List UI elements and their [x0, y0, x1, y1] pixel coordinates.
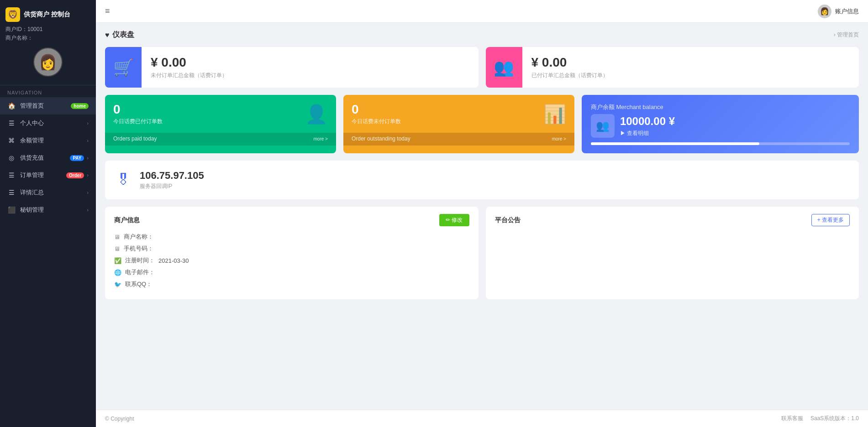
monitor-icon: 🖥: [114, 234, 120, 240]
balance-icon-box: 👥: [591, 114, 615, 138]
nav-section-label: Navigation: [0, 85, 96, 97]
sidebar-item-recharge[interactable]: ◎ 供货充值 PAY ›: [0, 149, 96, 167]
balance-amount: 10000.00 ¥: [620, 115, 675, 128]
orders-icon: ☰: [7, 172, 16, 179]
contact-link[interactable]: 联系客服: [781, 415, 803, 422]
avatar: 👩: [33, 47, 63, 77]
brand: 🦁 供货商户 控制台: [5, 7, 70, 22]
bottom-row: 商户信息 ✏ 修改 🖥 商户名称： 🖥 手机号码： ✅ 注册时间： 2021-0…: [105, 207, 859, 299]
footer: © Copyright 联系客服 SaaS系统版本：1.0: [96, 410, 868, 427]
paid-icon-box: 👥: [486, 47, 522, 88]
unpaid-today-label: 今日话费未付订单数: [352, 118, 566, 125]
sidebar-item-details[interactable]: ☰ 详情汇总 ›: [0, 184, 96, 201]
person-icon: 👥: [494, 58, 514, 77]
sidebar-item-orders[interactable]: ☰ 订单管理 Order ›: [0, 167, 96, 184]
sidebar-item-balance[interactable]: ⌘ 余额管理 ›: [0, 132, 96, 149]
account-avatar: 👩: [818, 5, 831, 18]
phone-icon: 🖥: [114, 245, 120, 252]
balance-icon: ⌘: [7, 137, 16, 144]
nav-label-home: 管理首页: [20, 102, 44, 110]
nav-badge-order: Order: [66, 172, 84, 178]
unpaid-today-footer: Order outstanding today: [352, 135, 410, 142]
paid-today-footer: Orders paid today: [113, 135, 157, 142]
topbar: ≡ 👩 账户信息: [96, 0, 868, 23]
stats-row-2: 0 今日话费已付订单数 👤 Orders paid today more > 0…: [105, 95, 859, 153]
nav-label-orders: 订单管理: [20, 171, 44, 179]
paid-amount: ¥ 0.00: [531, 55, 608, 70]
nav-badge-pay: PAY: [70, 155, 84, 161]
ip-address: 106.75.97.105: [140, 170, 204, 182]
sidebar-item-home[interactable]: 🏠 管理首页 home: [0, 97, 96, 115]
account-label[interactable]: 账户信息: [835, 7, 859, 16]
unpaid-today-card: 0 今日话费未付订单数 📊 Order outstanding today mo…: [343, 95, 574, 153]
cart-icon: 🛒: [113, 58, 134, 77]
sidebar: 🦁 供货商户 控制台 商户ID：10001 商户名称： 👩 Navigation…: [0, 0, 96, 427]
announcement-more-button[interactable]: + 查看更多: [811, 214, 850, 226]
info-row-register: ✅ 注册时间： 2021-03-30: [114, 256, 469, 265]
paid-today-card: 0 今日话费已付订单数 👤 Orders paid today more >: [105, 95, 336, 153]
merchant-id: 商户ID：10001: [5, 26, 42, 33]
menu-toggle-button[interactable]: ≡: [105, 6, 110, 16]
server-icon: 🎖: [116, 172, 131, 188]
ip-label: 服务器回调IP: [140, 182, 204, 190]
info-row-phone: 🖥 手机号码：: [114, 245, 469, 253]
check-icon: ✅: [114, 257, 121, 264]
sidebar-item-keys[interactable]: ⬛ 秘钥管理 ›: [0, 201, 96, 219]
info-row-email: 🌐 电子邮件：: [114, 268, 469, 276]
profile-icon: ☰: [7, 120, 16, 127]
edit-merchant-button[interactable]: ✏ 修改: [439, 214, 469, 226]
balance-progress-fill: [591, 142, 759, 145]
avatar-wrap: 👩: [5, 47, 90, 77]
breadcrumb: › 管理首页: [834, 31, 859, 39]
qq-icon: 🐦: [114, 281, 121, 288]
copyright: © Copyright: [105, 416, 134, 422]
keys-icon: ⬛: [7, 206, 16, 214]
brand-title: 供货商户 控制台: [24, 10, 70, 19]
info-row-name: 🖥 商户名称：: [114, 233, 469, 241]
unpaid-today-num: 0: [352, 102, 566, 117]
balance-detail-link[interactable]: ▶ 查看明细: [620, 130, 675, 137]
sidebar-item-profile[interactable]: ☰ 个人中心 ›: [0, 115, 96, 132]
merchant-info-title: 商户信息: [114, 216, 140, 224]
balance-arrow: ›: [87, 138, 89, 143]
nav-label-recharge: 供货充值: [20, 154, 44, 162]
unpaid-today-more[interactable]: more >: [552, 136, 566, 141]
cart-icon-box: 🛒: [105, 47, 142, 88]
balance-people-icon: 👥: [596, 120, 610, 132]
unpaid-desc: 未付订单汇总金额（话费订单）: [151, 72, 227, 79]
ip-card: 🎖 106.75.97.105 服务器回调IP: [105, 161, 859, 199]
unpaid-order-card: 🛒 ¥ 0.00 未付订单汇总金额（话费订单）: [105, 47, 479, 88]
merchant-name: 商户名称：: [5, 34, 33, 42]
nav-label-details: 详情汇总: [20, 188, 44, 197]
unpaid-today-icon: 📊: [543, 103, 566, 125]
page-content: ♥ 仪表盘 › 管理首页 🛒 ¥ 0.00 未付订单汇总金额（话费订单）: [96, 23, 868, 410]
merchant-balance-card: 商户余额 Merchant balance 👥 10000.00 ¥ ▶ 查看明…: [582, 95, 859, 153]
sidebar-header: 🦁 供货商户 控制台 商户ID：10001 商户名称： 👩: [0, 0, 96, 85]
balance-title: 商户余额 Merchant balance: [591, 103, 850, 111]
orders-arrow: ›: [87, 172, 89, 178]
stats-row-1: 🛒 ¥ 0.00 未付订单汇总金额（话费订单） 👥 ¥ 0.00 已付订单汇总金…: [105, 47, 859, 88]
details-icon: ☰: [7, 189, 16, 196]
paid-today-more[interactable]: more >: [314, 136, 328, 141]
paid-today-label: 今日话费已付订单数: [113, 118, 328, 125]
version: SaaS系统版本：1.0: [810, 415, 859, 422]
recharge-icon: ◎: [7, 154, 16, 161]
paid-today-num: 0: [113, 102, 328, 117]
recharge-arrow: ›: [87, 155, 89, 161]
brand-icon: 🦁: [5, 7, 20, 22]
unpaid-amount: ¥ 0.00: [151, 55, 227, 70]
info-row-qq: 🐦 联系QQ：: [114, 280, 469, 288]
announcement-title: 平台公告: [495, 216, 521, 224]
announcement-card: 平台公告 + 查看更多: [486, 207, 859, 299]
main-content: ≡ 👩 账户信息 ♥ 仪表盘 › 管理首页 🛒: [96, 0, 868, 427]
heart-icon: ♥: [105, 31, 110, 39]
nav-label-balance: 余额管理: [20, 136, 44, 145]
home-icon: 🏠: [7, 102, 16, 109]
paid-today-icon: 👤: [305, 103, 328, 125]
paid-order-card: 👥 ¥ 0.00 已付订单汇总金额（话费订单）: [486, 47, 859, 88]
keys-arrow: ›: [87, 207, 89, 213]
page-title: ♥ 仪表盘: [105, 30, 134, 40]
merchant-info-card: 商户信息 ✏ 修改 🖥 商户名称： 🖥 手机号码： ✅ 注册时间： 2021-0…: [105, 207, 479, 299]
nav-label-keys: 秘钥管理: [20, 206, 44, 214]
page-header: ♥ 仪表盘 › 管理首页: [105, 30, 859, 40]
